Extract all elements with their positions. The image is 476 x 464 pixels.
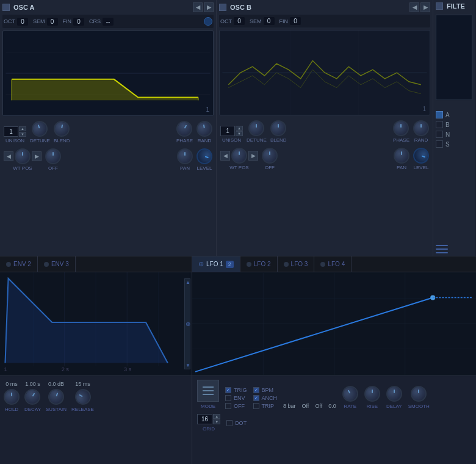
filter-bars-icon[interactable] [436,245,448,253]
lfo-rate-label: RATE [344,404,356,409]
osc-b-rand-knob[interactable] [413,120,429,136]
lfo-bpm-bar-value[interactable]: 8 bar [283,403,296,409]
lfo3-tab[interactable]: LFO 3 [278,256,315,272]
osc-a-unison-up[interactable]: ▲ [19,126,26,131]
osc-a-knobs-row1: 1 ▲ ▼ UNISON DETUNE BLEND PHASE [2,120,214,145]
svg-text:1: 1 [4,366,7,372]
adsr-release-param: 15 ms RELEASE [71,381,94,412]
lfo-off1-value[interactable]: Off [302,403,309,409]
lfo-bpm-row: BPM [253,387,278,393]
lfo-anch-cb[interactable] [253,395,259,401]
osc-b-rand-group: RAND [413,120,429,143]
lfo-grid-group: 16 ▲ ▼ GRID [197,414,220,432]
adsr-decay-value: 1.00 s [25,381,40,387]
lfo-grid-down[interactable]: ▼ [213,419,220,424]
osc-b-phase-knob[interactable] [393,120,409,136]
adsr-sustain-knob[interactable] [46,386,66,407]
env2-tab[interactable]: ENV 2 [0,256,38,272]
filter-route-n[interactable]: N [436,131,472,138]
lfo-bpm-cb[interactable] [253,387,259,393]
filter-title: FILTE [447,2,465,10]
lfo-grid-row: 16 ▲ ▼ GRID DOT [192,411,476,434]
osc-b-blend-knob[interactable] [270,120,286,136]
osc-b-next[interactable]: ▶ [420,2,430,12]
osc-b-fin-label: FIN [279,18,289,24]
lfo-smooth-val[interactable]: 0.0 [328,403,336,409]
osc-a-detune-knob[interactable] [30,118,50,139]
lfo-dot-cb[interactable] [226,420,233,426]
filter-led[interactable] [436,2,443,10]
osc-b-sem-value[interactable]: 0 [264,17,275,25]
lfo4-tab[interactable]: LFO 4 [314,256,352,272]
osc-a-unison-stepper[interactable]: 1 ▲ ▼ [4,126,26,137]
osc-b-prev[interactable]: ◀ [409,2,419,12]
lfo-grid-stepper[interactable]: 16 ▲ ▼ [197,414,220,424]
osc-a-rand-knob[interactable] [195,120,214,138]
osc-a-wt-prev[interactable]: ◀ [4,151,13,161]
lfo-trip-cb[interactable] [253,403,259,409]
osc-b-wtpos-knob[interactable] [231,148,247,164]
filter-route-s[interactable]: S [436,140,472,148]
adsr-release-knob[interactable] [72,386,94,408]
osc-a-crs-value[interactable]: -- [103,18,114,26]
osc-a-prev[interactable]: ◀ [193,2,203,12]
osc-a-pan-knob[interactable] [177,148,193,164]
osc-a-waveform-svg [3,31,213,115]
env-scroll-down[interactable]: ▼ [186,363,189,368]
osc-b-unison-down[interactable]: ▼ [236,131,243,136]
lfo-env-cb[interactable] [225,395,231,401]
osc-a-led[interactable] [2,4,10,11]
osc-a-fin-value[interactable]: 0 [73,18,84,26]
filter-route-b[interactable]: B [436,121,472,128]
lfo3-tab-led [284,262,289,267]
lfo-rise-knob[interactable] [364,386,380,402]
osc-b-oct-value[interactable]: 0 [234,17,245,25]
osc-b-detune-knob[interactable] [248,120,264,136]
filter-route-a[interactable]: A [436,111,472,118]
lfo-mode-group: MODE [197,380,219,409]
osc-a-waveform-display: 1 [2,31,214,116]
lfo1-tab[interactable]: ⊕ LFO 1 2 [192,256,240,272]
osc-b-pan-knob[interactable] [394,148,409,164]
osc-a-level-group: LEVEL [197,148,212,171]
env-tab-bar: ENV 2 ENV 3 [0,256,192,272]
osc-a-next[interactable]: ▶ [204,2,214,12]
osc-b-fin-value[interactable]: 0 [290,17,301,25]
osc-a-mono-btn[interactable] [204,17,212,26]
osc-b-level-knob[interactable] [411,145,431,165]
adsr-decay-knob[interactable] [22,386,44,408]
osc-a-phase-knob[interactable] [174,118,196,140]
lfo-grid-up[interactable]: ▲ [213,414,220,419]
adsr-hold-knob[interactable] [4,389,20,405]
osc-b-unison-up[interactable]: ▲ [236,126,243,131]
lfo-rate-knob[interactable] [339,383,361,405]
osc-b-off-knob[interactable] [262,148,278,164]
lfo2-tab[interactable]: LFO 2 [240,256,278,272]
lfo-delay-knob[interactable] [386,386,402,402]
osc-b-wt-prev[interactable]: ◀ [220,151,230,161]
lfo-trig-cb[interactable] [225,387,231,393]
osc-b-led[interactable] [219,4,226,11]
env-display: 2 s 3 s 1 ▲ ⊕ ▼ [0,272,192,376]
osc-a-sem-value[interactable]: 0 [47,18,58,26]
lfo-off2-value[interactable]: Off [315,403,322,409]
osc-b-title: OSC B [230,4,251,11]
env3-tab[interactable]: ENV 3 [38,256,76,272]
osc-a-level-knob[interactable] [194,146,214,166]
osc-a-blend-knob[interactable] [52,120,71,138]
osc-b-unison-stepper[interactable]: 1 ▲ ▼ [220,126,243,136]
osc-a-off-knob[interactable] [45,148,61,164]
env-scroll-up[interactable]: ▲ [186,280,189,285]
lfo-grid-value: 16 [197,414,212,424]
lfo-off-cb[interactable] [225,403,231,409]
osc-b-wt-next[interactable]: ▶ [248,151,258,161]
lfo-smooth-group: SMOOTH [408,386,430,409]
osc-a-oct-value[interactable]: 0 [17,18,28,26]
lfo-smooth-knob[interactable] [411,386,427,402]
osc-a-unison-down[interactable]: ▼ [19,132,26,137]
osc-a-wtpos-knob[interactable] [15,148,31,164]
lfo-mode-button[interactable] [197,380,219,402]
osc-a-wt-next[interactable]: ▶ [32,151,41,161]
env-magnify[interactable]: ⊕ [186,321,189,327]
osc-a-off-group: OFF [45,148,61,171]
